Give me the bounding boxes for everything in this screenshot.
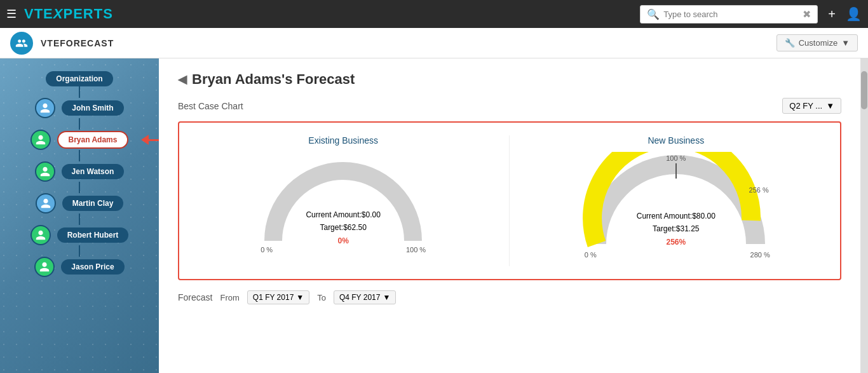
avatar-bryan-adams xyxy=(31,130,51,150)
arrow-line xyxy=(149,139,159,141)
from-period-value: Q1 FY 2017 xyxy=(253,293,294,302)
selection-arrow xyxy=(141,135,159,145)
tree-connector xyxy=(79,86,80,98)
logo-x: X xyxy=(53,6,64,22)
arrow-head xyxy=(141,135,149,145)
node-row-jason-price: Jason Price xyxy=(34,257,124,277)
sidebar-item-bryan-adams[interactable]: Bryan Adams xyxy=(57,131,129,149)
menu-icon[interactable]: ☰ xyxy=(6,7,17,21)
existing-target: Target:$62.50 xyxy=(306,221,380,234)
period-dropdown-icon: ▼ xyxy=(826,101,834,111)
tree-node-martin-clay: Martin Clay xyxy=(36,193,124,214)
wrench-icon: 🔧 xyxy=(785,38,795,48)
tree-node-robert-hubert: Robert Hubert xyxy=(31,225,129,245)
gauge-separator xyxy=(509,135,510,266)
new-label-right2: 256 % xyxy=(749,186,769,194)
gauge-charts-container: Existing Business Current Amount:$0.00 T… xyxy=(178,121,841,280)
new-business-title: New Business xyxy=(648,135,704,146)
module-icon xyxy=(10,32,33,55)
node-row-jen-watson: Jen Watson xyxy=(35,161,125,182)
back-arrow-icon[interactable]: ◀ xyxy=(178,72,187,86)
logo-prefix: VTE xyxy=(24,6,53,22)
search-input[interactable] xyxy=(663,10,803,19)
forecast-icon xyxy=(15,37,28,50)
to-period-value: Q4 FY 2017 xyxy=(339,293,381,302)
new-target: Target:$31.25 xyxy=(637,222,715,235)
org-node-row: Organization xyxy=(46,71,112,86)
customize-button[interactable]: 🔧 Customize ▼ xyxy=(776,34,858,51)
node-row-martin-clay: Martin Clay xyxy=(36,193,124,214)
sidebar: Organization John Smith xyxy=(0,58,159,373)
new-business-section: New Business 100 % Cu xyxy=(533,135,819,266)
existing-business-gauge: Current Amount:$0.00 Target:$62.50 0% 0 … xyxy=(254,152,432,254)
node-row-robert-hubert: Robert Hubert xyxy=(31,225,129,245)
existing-business-title: Existing Business xyxy=(308,135,378,146)
user-icon[interactable]: 👤 xyxy=(846,6,862,22)
tree-connector xyxy=(79,118,80,130)
org-tree: Organization John Smith xyxy=(0,71,159,277)
search-bar: 🔍 ✖ xyxy=(640,5,818,24)
content-area: ◀ Bryan Adams's Forecast Best Case Chart… xyxy=(159,58,860,373)
main-layout: Organization John Smith xyxy=(0,58,868,373)
to-dropdown-icon: ▼ xyxy=(383,293,390,302)
avatar-jen-watson xyxy=(35,161,55,182)
dropdown-icon: ▼ xyxy=(841,38,850,48)
tree-node-bryan-adams: Bryan Adams xyxy=(31,130,129,150)
tree-node-john-smith: John Smith xyxy=(35,98,123,118)
node-row-john-smith: John Smith xyxy=(35,98,123,118)
topbar: ☰ VTEXPERTS 🔍 ✖ + 👤 xyxy=(0,0,868,28)
page-title-text: Bryan Adams's Forecast xyxy=(192,71,355,88)
to-label: To xyxy=(317,293,326,302)
search-icon: 🔍 xyxy=(647,8,660,20)
logo: VTEXPERTS xyxy=(24,6,113,22)
to-period-select[interactable]: Q4 FY 2017 ▼ xyxy=(334,290,396,304)
avatar-martin-clay xyxy=(36,193,56,214)
customize-label: Customize xyxy=(799,38,837,48)
sidebar-item-jen-watson[interactable]: Jen Watson xyxy=(62,164,125,179)
from-dropdown-icon: ▼ xyxy=(296,293,304,302)
existing-gauge-info: Current Amount:$0.00 Target:$62.50 0% xyxy=(306,208,380,247)
new-gauge-info: Current Amount:$80.00 Target:$31.25 256% xyxy=(637,210,715,248)
tree-connector-dashed xyxy=(79,245,80,257)
scrollbar[interactable] xyxy=(860,58,868,373)
page-title: ◀ Bryan Adams's Forecast xyxy=(178,71,841,88)
existing-label-right: 100 % xyxy=(406,246,426,254)
sidebar-item-jason-price[interactable]: Jason Price xyxy=(61,259,124,275)
new-label-right: 280 % xyxy=(750,251,770,259)
tree-node-org: Organization xyxy=(46,71,112,86)
sidebar-item-john-smith[interactable]: John Smith xyxy=(62,100,123,116)
existing-label-left: 0 % xyxy=(261,246,273,254)
chart-header: Best Case Chart Q2 FY ... ▼ xyxy=(178,98,841,114)
module-title: VTEFORECAST xyxy=(41,38,114,48)
sidebar-item-organization[interactable]: Organization xyxy=(46,71,112,86)
sidebar-item-robert-hubert[interactable]: Robert Hubert xyxy=(57,227,129,243)
clear-search-icon[interactable]: ✖ xyxy=(803,8,811,20)
existing-percentage: 0% xyxy=(306,234,380,247)
add-icon[interactable]: + xyxy=(828,7,836,22)
avatar-jason-price xyxy=(34,257,55,277)
topbar-actions: + 👤 xyxy=(828,6,862,22)
from-period-select[interactable]: Q1 FY 2017 ▼ xyxy=(247,290,309,304)
forecast-label: Forecast xyxy=(178,292,212,302)
scrollbar-thumb[interactable] xyxy=(861,71,867,109)
period-select[interactable]: Q2 FY ... ▼ xyxy=(782,98,841,114)
logo-suffix: PERTS xyxy=(63,6,112,22)
modulebar: VTEFORECAST 🔧 Customize ▼ xyxy=(0,28,868,58)
existing-current-amount: Current Amount:$0.00 xyxy=(306,208,380,221)
existing-business-section: Existing Business Current Amount:$0.00 T… xyxy=(200,135,486,266)
sidebar-item-martin-clay[interactable]: Martin Clay xyxy=(62,196,124,211)
tree-node-jason-price: Jason Price xyxy=(34,257,124,277)
tree-connector-dashed xyxy=(79,214,80,225)
tree-node-jen-watson: Jen Watson xyxy=(35,161,125,182)
new-percentage: 256% xyxy=(637,236,715,248)
new-label-top: 100 % xyxy=(666,154,686,162)
forecast-row: Forecast From Q1 FY 2017 ▼ To Q4 FY 2017… xyxy=(178,290,841,304)
node-row-bryan-adams: Bryan Adams xyxy=(31,130,129,150)
period-value: Q2 FY ... xyxy=(789,101,822,111)
tree-connector-dashed xyxy=(79,182,80,193)
from-label: From xyxy=(220,293,239,302)
avatar-john-smith xyxy=(35,98,55,118)
tree-connector xyxy=(79,150,80,161)
new-current-amount: Current Amount:$80.00 xyxy=(637,210,715,222)
new-label-left: 0 % xyxy=(585,251,597,259)
